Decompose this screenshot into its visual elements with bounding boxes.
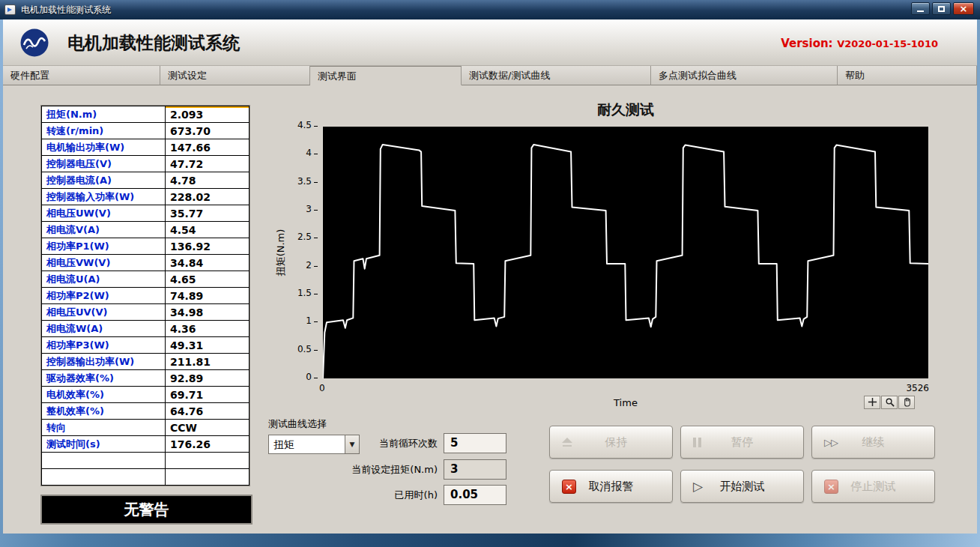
y-tick-label: 1 <box>282 315 312 326</box>
company-logo <box>19 28 49 61</box>
param-value: CCW <box>166 420 249 436</box>
param-value: 211.81 <box>166 354 249 370</box>
app-icon <box>4 4 16 15</box>
x-tick-end: 3526 <box>881 383 929 393</box>
measurement-table: 扭矩(N.m)2.093转速(r/min)673.70电机输出功率(W)147.… <box>40 105 250 486</box>
tab-multipoint-fit-curve[interactable]: 多点测试拟合曲线 <box>651 66 838 85</box>
param-label: 控制器电压(V) <box>42 156 166 172</box>
tab-label: 测试设定 <box>168 70 207 81</box>
eject-icon <box>562 438 572 447</box>
tab-label: 多点测试拟合曲线 <box>659 70 736 81</box>
param-value: 35.77 <box>166 205 249 222</box>
ffwd-icon: ▷▷ <box>824 437 838 448</box>
x-tick-start: 0 <box>319 383 325 393</box>
param-value: 228.02 <box>166 189 249 205</box>
elapsed-time-field-label: 已用时(h) <box>315 489 444 502</box>
stop-icon: × <box>824 480 838 494</box>
table-row: 整机效率(%)64.76 <box>42 403 249 420</box>
graph-palette <box>864 396 915 409</box>
crosshair-icon <box>868 396 877 410</box>
param-value: 34.98 <box>166 304 249 321</box>
param-label: 相功率P2(W) <box>42 288 166 304</box>
param-label: 相电流U(A) <box>42 271 166 288</box>
table-row: 控制器电流(A)4.78 <box>42 172 249 189</box>
param-value: 673.70 <box>166 123 249 139</box>
param-value: 92.89 <box>166 370 249 387</box>
param-value: 4.65 <box>166 271 249 288</box>
param-label: 整机效率(%) <box>42 403 166 420</box>
table-row: 测试时间(s)176.26 <box>42 436 249 453</box>
tab-test-settings[interactable]: 测试设定 <box>160 66 310 85</box>
tab-hardware-config[interactable]: 硬件配置 <box>3 66 160 85</box>
maximize-button[interactable] <box>932 2 951 15</box>
table-row: 相功率P2(W)74.89 <box>42 288 249 304</box>
tab-test-interface[interactable]: 测试界面 <box>310 66 462 85</box>
tab-bar: 硬件配置测试设定测试界面测试数据/测试曲线多点测试拟合曲线帮助 <box>3 66 977 85</box>
version-label: Version: <box>781 37 832 50</box>
param-value: 49.31 <box>166 337 249 354</box>
minimize-button[interactable] <box>911 2 930 15</box>
tab-help[interactable]: 帮助 <box>838 66 977 85</box>
param-label: 相功率P3(W) <box>42 337 166 354</box>
pause-button[interactable]: 暂停 <box>680 426 804 459</box>
table-row: 转速(r/min)673.70 <box>42 123 249 139</box>
cycle-count-field[interactable]: 5 <box>444 433 506 453</box>
param-label: 相电压VW(V) <box>42 255 166 271</box>
table-row: 相功率P3(W)49.31 <box>42 337 249 354</box>
zoom-tool-button[interactable] <box>881 396 898 409</box>
elapsed-time-field[interactable]: 0.05 <box>444 485 506 505</box>
param-value: 2.093 <box>166 106 249 123</box>
button-label: 保持 <box>560 435 672 450</box>
cancel-alarm-button[interactable]: ×取消报警 <box>549 470 673 503</box>
table-row: 扭矩(N.m)2.093 <box>42 106 249 123</box>
window-title: 电机加载性能测试系统 <box>21 4 111 16</box>
param-label <box>42 469 166 486</box>
y-tick-label: 0 <box>282 372 312 382</box>
param-value: 147.66 <box>166 139 249 156</box>
continue-button[interactable]: ▷▷继续 <box>811 426 935 459</box>
y-tick-label: 4.5 <box>282 120 312 130</box>
set-torque-field-label: 当前设定扭矩(N.m) <box>315 463 444 477</box>
tab-test-data-curves[interactable]: 测试数据/测试曲线 <box>462 66 651 85</box>
table-row: 控制器输出功率(W)211.81 <box>42 354 249 370</box>
chart-plot[interactable] <box>322 126 929 379</box>
set-torque-field[interactable]: 3 <box>444 459 506 480</box>
elapsed-time-field-row: 已用时(h)0.05 <box>315 484 514 506</box>
table-row <box>42 469 249 486</box>
y-tick-label: 2.5 <box>282 232 312 242</box>
stop-test-button[interactable]: ×停止测试 <box>811 470 935 503</box>
param-value: 64.76 <box>166 403 249 420</box>
hold-button[interactable]: 保持 <box>549 426 673 459</box>
header: 电机加载性能测试系统 Version: V2020-01-15-1010 <box>3 19 977 66</box>
tab-label: 测试界面 <box>318 70 357 82</box>
param-label: 控制器输入功率(W) <box>42 189 166 205</box>
title-bar[interactable]: 电机加载性能测试系统 × <box>0 0 980 19</box>
table-row: 相电压UW(V)35.77 <box>42 205 249 222</box>
close-button[interactable]: × <box>953 2 974 15</box>
tab-label: 帮助 <box>845 70 865 81</box>
pan-tool-button[interactable] <box>898 396 915 409</box>
param-value <box>166 453 249 469</box>
param-label: 控制器输出功率(W) <box>42 354 166 370</box>
table-row: 相电压VW(V)34.84 <box>42 255 249 271</box>
measurement-table-body: 扭矩(N.m)2.093转速(r/min)673.70电机输出功率(W)147.… <box>42 106 249 486</box>
param-label: 电机效率(%) <box>42 387 166 403</box>
param-label: 转向 <box>42 420 166 436</box>
crosshair-tool-button[interactable] <box>864 396 880 409</box>
param-value: 4.54 <box>166 222 249 238</box>
start-test-button[interactable]: ▷开始测试 <box>680 470 804 503</box>
param-value: 74.89 <box>166 288 249 304</box>
play-icon: ▷ <box>693 479 703 494</box>
app-title: 电机加载性能测试系统 <box>67 31 240 55</box>
pan-hand-icon <box>902 396 912 410</box>
tab-label: 硬件配置 <box>10 70 49 81</box>
param-label: 测试时间(s) <box>42 436 166 453</box>
cycle-count-field-label: 当前循环次数 <box>315 437 444 450</box>
param-value: 136.92 <box>166 238 249 255</box>
table-row: 相电流W(A)4.36 <box>42 321 249 337</box>
pause-icon <box>693 438 704 447</box>
param-label: 驱动器效率(%) <box>42 370 166 387</box>
zoom-icon <box>885 396 895 410</box>
table-row: 相电压UV(V)34.98 <box>42 304 249 321</box>
param-label: 相电流W(A) <box>42 321 166 337</box>
